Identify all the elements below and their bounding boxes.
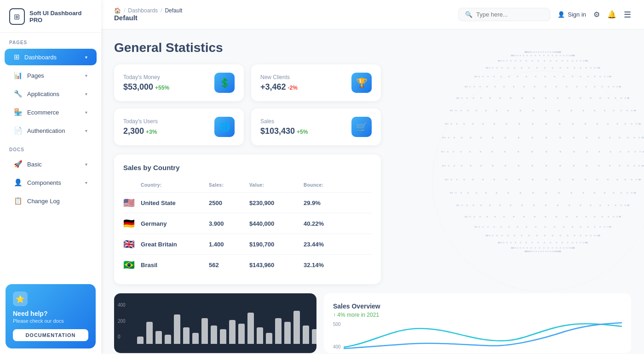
home-icon: 🏠 <box>114 7 121 14</box>
documentation-button[interactable]: DOCUMENTATION <box>13 329 88 341</box>
chevron-down-icon: ▾ <box>85 55 87 60</box>
sidebar-item-ecommerce[interactable]: 🏪 Ecommerce ▾ <box>5 104 97 120</box>
ecommerce-icon: 🏪 <box>14 108 23 116</box>
sidebar-item-applications[interactable]: 🔧 Applications ▾ <box>5 86 97 102</box>
stat-label-sales: Sales <box>260 118 308 125</box>
so-chart-svg <box>344 322 622 349</box>
hamburger-icon[interactable]: ☰ <box>624 10 631 20</box>
authentication-icon: 📄 <box>14 126 23 135</box>
col-header-bounce: Bounce: <box>304 183 354 188</box>
logo-icon: ⊞ <box>9 8 25 25</box>
so-y-labels: 500 400 <box>333 322 341 349</box>
table-row: 🇬🇧 Great Britain 1.400 $190,700 23.44% <box>123 234 372 255</box>
breadcrumb-sep: / <box>124 7 125 14</box>
sidebar-item-label-ecommerce: Ecommerce <box>27 109 59 116</box>
stat-label-users: Today's Users <box>123 118 158 125</box>
so-y-500: 500 <box>333 322 341 327</box>
page-main-title: General Statistics <box>114 40 631 55</box>
sales-by-country-card: Sales by Country Country: Sales: Value: … <box>114 154 381 284</box>
sidebar-item-pages[interactable]: 📊 Pages ▾ <box>5 67 97 84</box>
col-header-value: Value: <box>249 183 300 188</box>
help-title: Need help? <box>13 310 88 317</box>
sidebar-item-label-basic: Basic <box>27 161 42 168</box>
sidebar-item-components[interactable]: 👤 Components ▾ <box>5 174 97 191</box>
value-br: $143,960 <box>249 262 300 268</box>
help-card: ⭐ Need help? Please check our docs DOCUM… <box>6 284 96 348</box>
bounce-us: 29.9% <box>304 200 354 206</box>
value-us: $230,900 <box>249 200 300 206</box>
so-y-400: 400 <box>333 344 341 349</box>
sidebar-item-label-pages: Pages <box>27 72 44 79</box>
topbar-right: 🔍 👤 Sign in ⚙ 🔔 ☰ <box>458 8 631 21</box>
value-de: $440,000 <box>249 220 300 227</box>
flag-br: 🇧🇷 <box>123 259 137 270</box>
stat-icon-sales: 🛒 <box>351 117 372 137</box>
y-label-200: 200 <box>118 319 126 324</box>
sales-overview-subtitle: ↑ 4% more in 2021 <box>333 312 622 318</box>
stat-value-clients: +3,462-2% <box>260 82 298 92</box>
sales-overview-card: Sales Overview ↑ 4% more in 2021 500 400 <box>324 293 631 353</box>
stat-value-users: 2,300+3% <box>123 126 158 136</box>
chevron-down-icon: ▾ <box>85 180 87 185</box>
sales-by-country-title: Sales by Country <box>123 164 372 171</box>
sidebar-item-label-changelog: Change Log <box>27 198 60 205</box>
sales-overview-title: Sales Overview <box>333 303 622 310</box>
stat-label-money: Today's Money <box>123 74 169 80</box>
basic-icon: 🚀 <box>14 160 23 168</box>
topbar-left: 🏠 / Dashboards / Default Default <box>114 7 182 22</box>
stat-value-money: $53,000+55% <box>123 82 169 92</box>
applications-icon: 🔧 <box>14 90 23 98</box>
breadcrumb: 🏠 / Dashboards / Default <box>114 7 182 14</box>
table-row: 🇧🇷 Brasil 562 $143,960 32.14% <box>123 255 372 275</box>
sidebar-item-label-dashboards: Dashboards <box>24 54 57 61</box>
help-star-icon: ⭐ <box>13 291 28 306</box>
country-name-gb: Great Britain <box>141 241 205 248</box>
sidebar: ⊞ Soft UI Dashboard PRO PAGES ⊞ Dashboar… <box>0 0 101 354</box>
dashboards-icon: ⊞ <box>14 53 20 61</box>
chevron-down-icon: ▾ <box>85 91 87 97</box>
stat-icon-money: 💲 <box>214 73 235 93</box>
stat-card-sales: Sales $103,430+5% 🛒 <box>251 108 381 145</box>
stat-value-sales: $103,430+5% <box>260 126 308 136</box>
country-table-header: Country: Sales: Value: Bounce: <box>123 178 372 193</box>
components-icon: 👤 <box>14 178 23 187</box>
flag-us: 🇺🇸 <box>123 197 137 208</box>
stat-card-clients: New Clients +3,462-2% 🏆 <box>251 64 381 101</box>
flag-gb: 🇬🇧 <box>123 239 137 250</box>
chevron-down-icon: ▾ <box>85 128 87 133</box>
stat-icon-clients: 🏆 <box>351 73 372 93</box>
y-label-0: 0 <box>118 334 126 339</box>
table-row: 🇩🇪 Germany 3.900 $440,000 40.22% <box>123 213 372 234</box>
sidebar-item-changelog[interactable]: 📋 Change Log <box>5 193 97 209</box>
bar-chart-card: 400 200 0 <box>114 293 316 353</box>
country-name-br: Brasil <box>141 262 205 268</box>
bounce-br: 32.14% <box>304 262 354 268</box>
bounce-de: 40.22% <box>304 220 354 227</box>
sidebar-item-label-authentication: Authentication <box>27 127 65 134</box>
search-input[interactable] <box>476 11 540 18</box>
stat-change-sales: +5% <box>297 129 308 135</box>
sidebar-item-authentication[interactable]: 📄 Authentication ▾ <box>5 122 97 139</box>
docs-section-label: DOCS <box>0 140 101 155</box>
svg-point-0 <box>432 71 644 291</box>
sidebar-item-dashboards[interactable]: ⊞ Dashboards ▾ <box>5 49 97 65</box>
bounce-gb: 23.44% <box>304 241 354 248</box>
col-header-country: Country: <box>141 183 205 188</box>
user-icon: 👤 <box>558 11 565 18</box>
breadcrumb-sep2: / <box>161 7 162 14</box>
chevron-down-icon: ▾ <box>85 162 87 167</box>
signin-button[interactable]: 👤 Sign in <box>558 11 586 18</box>
col-header-sales: Sales: <box>209 183 246 188</box>
notification-icon[interactable]: 🔔 <box>607 10 616 19</box>
settings-icon[interactable]: ⚙ <box>593 10 600 19</box>
search-box[interactable]: 🔍 <box>458 8 550 21</box>
chart-y-labels: 400 200 0 <box>118 303 126 339</box>
stat-icon-users: 🌐 <box>214 117 235 137</box>
stats-grid: Today's Money $53,000+55% 💲 New Clients … <box>114 64 381 145</box>
pages-icon: 📊 <box>14 71 23 80</box>
signin-label: Sign in <box>568 11 586 18</box>
content-area: General Statistics Today's Money $53,000… <box>101 29 644 354</box>
sidebar-item-basic[interactable]: 🚀 Basic ▾ <box>5 156 97 172</box>
stat-change-clients: -2% <box>288 85 298 91</box>
sidebar-item-label-components: Components <box>27 179 61 186</box>
